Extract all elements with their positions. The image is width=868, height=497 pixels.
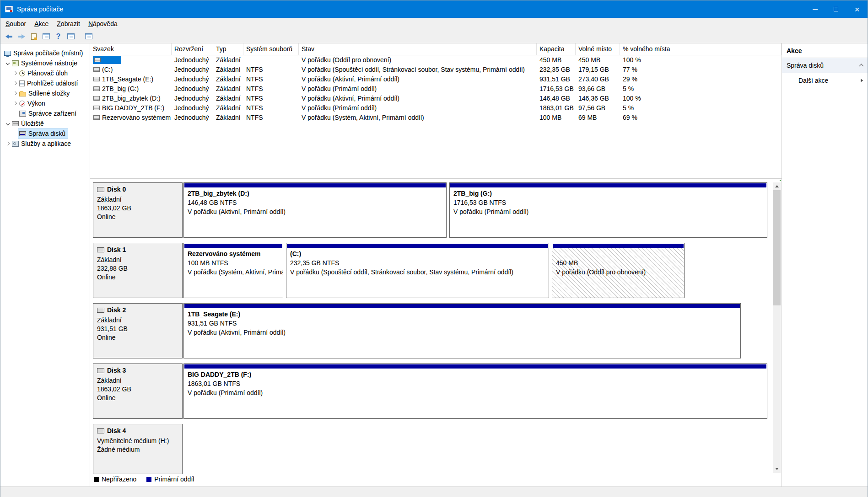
disk-3-label[interactable]: Disk 3 Základní 1863,02 GB Online — [93, 363, 183, 419]
col-kapacita[interactable]: Kapacita — [537, 43, 576, 55]
col-stav[interactable]: Stav — [299, 43, 537, 55]
disk-management-icon — [19, 131, 26, 136]
menu-soubor[interactable]: Soubor — [1, 19, 30, 29]
scrollbar-down-button[interactable] — [773, 465, 781, 473]
close-icon: × — [854, 5, 859, 14]
col-volne-misto[interactable]: Volné místo — [576, 43, 620, 55]
partition-1tb-seagate-e[interactable]: 1TB_Seagate (E:) 931,51 GB NTFS V pořádk… — [183, 303, 741, 358]
col-svazek[interactable]: Svazek — [90, 43, 172, 55]
col-pct-volneho-mista[interactable]: % volného místa — [620, 43, 782, 55]
disk-2-row: Disk 2 Základní 931,51 GB Online 1TB_Sea… — [93, 303, 782, 358]
tree-item-sdilene-slozky[interactable]: Sdílené složky — [0, 88, 90, 98]
export-list-button[interactable] — [28, 31, 39, 42]
partition-2tb-big-g[interactable]: 2TB_big (G:) 1716,53 GB NTFS V pořádku (… — [449, 182, 767, 238]
actions-panel: Akce Správa disků Další akce — [782, 43, 868, 486]
cell-status: V pořádku (Primární oddíl) — [299, 103, 537, 113]
scrollbar-up-button[interactable] — [773, 182, 781, 190]
system-tools-icon — [12, 60, 19, 66]
forward-button[interactable] — [16, 31, 27, 42]
cell-type: Základní — [213, 55, 243, 65]
tree-item-vykon[interactable]: Výkon — [0, 98, 90, 108]
partition-recovery-450mb[interactable]: 450 MB V pořádku (Oddíl pro obnovení) — [552, 243, 685, 298]
col-system-souboru[interactable]: Systém souborů — [243, 43, 299, 55]
cell-type: Základní — [213, 113, 243, 123]
cell-free-pct: 100 % — [620, 94, 782, 103]
maximize-button[interactable] — [825, 0, 846, 18]
action-pane-button[interactable] — [83, 31, 94, 42]
cell-status: V pořádku (Oddíl pro obnovení) — [299, 55, 537, 65]
tree-label: Sdílené složky — [28, 90, 70, 97]
cell-capacity: 450 MB — [537, 55, 576, 65]
hdd-icon — [97, 368, 104, 373]
expand-toggle[interactable] — [11, 92, 18, 95]
help-button[interactable]: ? — [53, 31, 64, 42]
partition-legend: Nepřiřazeno Primární oddíl — [94, 474, 198, 484]
disk-1-label[interactable]: Disk 1 Základní 232,88 GB Online — [93, 243, 183, 298]
partition-big-daddy-2tb-f[interactable]: BIG DADDY_2TB (F:) 1863,01 GB NTFS V poř… — [183, 363, 767, 419]
collapse-section-icon[interactable] — [859, 64, 864, 69]
disk-0-label[interactable]: Disk 0 Základní 1863,02 GB Online — [93, 182, 183, 238]
col-typ[interactable]: Typ — [213, 43, 243, 55]
back-button[interactable] — [3, 31, 15, 42]
tree-item-systemove-nastroje[interactable]: Systémové nástroje — [0, 58, 90, 68]
partition-c[interactable]: (C:) 232,35 GB NTFS V pořádku (Spouštěcí… — [286, 243, 549, 298]
menu-zobrazit[interactable]: Zobrazit — [53, 19, 84, 29]
menu-napoveda[interactable]: Nápověda — [84, 19, 122, 29]
volume-row-2tb-big[interactable]: 2TB_big (G:) Jednoduchý Základní NTFS V … — [90, 84, 782, 94]
disk-2-label[interactable]: Disk 2 Základní 931,51 GB Online — [93, 303, 183, 358]
expand-toggle[interactable] — [11, 72, 18, 75]
menu-akce[interactable]: Akce — [30, 19, 53, 29]
volume-row-big-daddy[interactable]: BIG DADDY_2TB (F:) Jednoduchý Základní N… — [90, 103, 782, 113]
submenu-arrow-icon — [861, 79, 863, 82]
disk-4-label[interactable]: Disk 4 Vyměnitelné médium (H:) Žádné méd… — [93, 424, 183, 474]
properties-button[interactable] — [40, 31, 52, 42]
tree-item-prohlizec-udalosti[interactable]: Prohlížeč událostí — [0, 78, 90, 88]
disk-state: Online — [97, 213, 178, 221]
minimize-button[interactable] — [804, 0, 825, 18]
scrollbar-thumb[interactable] — [773, 190, 781, 305]
expand-toggle[interactable] — [4, 122, 11, 125]
volume-icon — [93, 67, 100, 72]
expand-toggle[interactable] — [4, 62, 11, 64]
tree-label: Správa disků — [28, 130, 65, 137]
chevron-down-icon — [5, 61, 9, 65]
action-pane-icon — [85, 33, 92, 39]
close-button[interactable]: × — [846, 0, 868, 18]
volume-row-2tb-big-zbytek[interactable]: 2TB_big_zbytek (D:) Jednoduchý Základní … — [90, 94, 782, 103]
volume-row-1tb-seagate[interactable]: 1TB_Seagate (E:) Jednoduchý Základní NTF… — [90, 75, 782, 84]
cell-free-pct: 69 % — [620, 113, 782, 123]
scrollbar-track[interactable] — [773, 190, 781, 465]
expand-toggle[interactable] — [11, 102, 18, 105]
vertical-scrollbar[interactable] — [773, 182, 781, 473]
tree-item-sluzby-a-aplikace[interactable]: Služby a aplikace — [0, 139, 90, 149]
tree-item-planovac-uloh[interactable]: Plánovač úloh — [0, 68, 90, 78]
shared-folders-icon — [19, 92, 26, 96]
actions-section-sprava-disku[interactable]: Správa disků — [782, 58, 868, 73]
partition-rezervovano-systemem[interactable]: Rezervováno systémem 100 MB NTFS V pořád… — [183, 243, 283, 298]
tree-item-spravce-zarizeni[interactable]: Správce zařízení — [0, 108, 90, 118]
tree-item-uloziste[interactable]: Úložiště — [0, 118, 90, 128]
tree-item-sprava-pocitace[interactable]: Správa počítače (místní) — [0, 48, 90, 58]
col-rozvrzeni[interactable]: Rozvržení — [172, 43, 213, 55]
actions-more-item[interactable]: Další akce — [782, 73, 868, 88]
partition-2tb-big-zbytek-d[interactable]: 2TB_big_zbytek (D:) 146,48 GB NTFS V poř… — [183, 182, 447, 238]
cell-fs: NTFS — [243, 113, 299, 123]
disk-size: 232,88 GB — [97, 264, 178, 273]
volume-row-recovery[interactable]: Jednoduchý Základní V pořádku (Oddíl pro… — [90, 55, 782, 65]
partition-color-stripe — [184, 364, 766, 369]
device-manager-icon — [19, 111, 26, 117]
console-tree-button[interactable] — [65, 31, 76, 42]
volume-row-rezervovano[interactable]: Rezervováno systémem Jednoduchý Základní… — [90, 113, 782, 123]
titlebar[interactable]: Správa počítače × — [0, 0, 868, 18]
cell-capacity: 1716,53 GB — [537, 84, 576, 94]
legend-primary-partition: Primární oddíl — [146, 476, 194, 483]
cell-type: Základní — [213, 103, 243, 113]
cell-capacity: 100 MB — [537, 113, 576, 123]
disk-kind: Základní — [97, 195, 178, 204]
volume-row-c[interactable]: (C:) Jednoduchý Základní NTFS V pořádku … — [90, 65, 782, 75]
expand-toggle[interactable] — [4, 142, 11, 145]
tree-item-sprava-disku[interactable]: Správa disků — [0, 128, 90, 139]
disk-0-row: Disk 0 Základní 1863,02 GB Online 2TB_bi… — [93, 182, 782, 238]
computer-management-window: Správa počítače × Soubor Akce Zobrazit N… — [0, 0, 868, 497]
expand-toggle[interactable] — [11, 82, 18, 85]
